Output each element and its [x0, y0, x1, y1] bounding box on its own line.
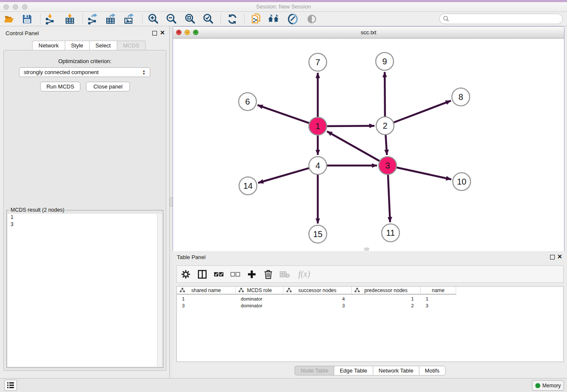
cell[interactable]: 1 — [421, 295, 456, 302]
node-label-11: 11 — [386, 228, 395, 237]
edge-2-8[interactable] — [393, 101, 451, 123]
tab-node-table[interactable]: Node Table — [295, 366, 334, 375]
table-toolbar: f(x) — [176, 265, 564, 283]
tab-select[interactable]: Select — [89, 41, 117, 50]
table-header-row: shared nameMCDS rolesuccessor nodesprede… — [177, 287, 456, 295]
control-panel-tabs: Network Style Select MCDS — [32, 41, 146, 50]
zoom-selected-icon[interactable] — [202, 13, 214, 25]
zoom-in-icon[interactable] — [147, 13, 159, 25]
result-line: 1 — [8, 214, 162, 221]
edge-1-2[interactable] — [326, 126, 374, 126]
column-header-MCDS-role[interactable]: MCDS role — [236, 287, 284, 294]
network-graph[interactable]: 7968124314101511 — [173, 39, 564, 251]
column-header-successor-nodes[interactable]: successor nodes — [284, 287, 352, 294]
main-toolbar — [0, 12, 567, 26]
edge-2-3[interactable] — [385, 134, 387, 155]
column-header-name[interactable]: name — [421, 287, 456, 294]
toolbar-separator — [40, 14, 41, 24]
network-canvas[interactable]: 7968124314101511 — [173, 39, 564, 251]
search-field[interactable] — [439, 14, 563, 24]
cell[interactable]: 4 — [284, 295, 352, 302]
node-label-9: 9 — [382, 57, 387, 66]
edge-3-10[interactable] — [396, 167, 451, 179]
node-label-15: 15 — [313, 229, 322, 239]
node-label-4: 4 — [315, 161, 320, 170]
deselect-all-icon[interactable] — [230, 269, 241, 280]
import-table-icon[interactable] — [64, 13, 76, 25]
cell[interactable]: dominator — [236, 295, 284, 302]
node-label-2: 2 — [383, 121, 387, 130]
clone-network-icon[interactable] — [250, 13, 262, 25]
export-network-icon[interactable] — [86, 13, 98, 25]
edge-2-9[interactable] — [385, 72, 385, 118]
control-panel-close-button[interactable]: ✕ — [160, 30, 165, 35]
cell[interactable]: 1 — [177, 295, 236, 302]
mcds-result-title: MCDS result (2 nodes) — [9, 207, 66, 213]
table-row[interactable]: 3dominator323 — [177, 302, 456, 309]
optimization-criterion-label: Optimization criterion: — [4, 58, 166, 64]
select-all-icon[interactable] — [213, 269, 224, 280]
app-title: Session: New Session — [0, 3, 567, 10]
edge-4-14[interactable] — [258, 168, 310, 183]
node-table[interactable]: shared nameMCDS rolesuccessor nodesprede… — [176, 286, 564, 362]
column-header-shared-name[interactable]: shared name — [177, 287, 236, 294]
column-header-predecessor-nodes[interactable]: predecessor nodes — [352, 287, 421, 294]
table-panel-float-button[interactable] — [550, 255, 555, 259]
app-titlebar: Session: New Session — [0, 2, 567, 12]
cell[interactable]: dominator — [236, 302, 284, 309]
cell[interactable]: 3 — [421, 302, 456, 309]
cell[interactable]: 1 — [352, 295, 421, 302]
node-label-6: 6 — [245, 97, 250, 106]
optimization-criterion-select[interactable]: strongly connected component ▲▼ — [19, 67, 150, 77]
run-mcds-button[interactable]: Run MCDS — [40, 82, 80, 91]
edge-3-1[interactable] — [327, 131, 381, 161]
tab-network[interactable]: Network — [32, 41, 65, 50]
edge-3-11[interactable] — [388, 174, 390, 222]
memory-button[interactable]: Memory — [532, 380, 564, 391]
edge-1-6[interactable] — [258, 105, 310, 123]
cell[interactable]: 3 — [284, 302, 352, 309]
control-panel-float-button[interactable] — [152, 31, 157, 36]
table-settings-gear-icon[interactable] — [180, 269, 191, 280]
splitter-grip[interactable] — [170, 197, 173, 207]
control-panel-title: Control Panel — [6, 30, 39, 36]
cell[interactable]: 3 — [177, 302, 236, 309]
function-builder-icon: f(x) — [296, 269, 313, 280]
tab-network-table[interactable]: Network Table — [373, 366, 419, 375]
search-input[interactable] — [449, 15, 562, 23]
memory-status-icon — [535, 383, 540, 388]
close-panel-button[interactable]: Close panel — [86, 82, 130, 91]
zoom-fit-icon[interactable] — [184, 13, 196, 25]
chevron-up-down-icon: ▲▼ — [142, 69, 146, 75]
result-scrollbar[interactable] — [157, 214, 162, 367]
mcds-panel: Optimization criterion: strongly connect… — [3, 50, 166, 371]
delete-column-trash-icon[interactable] — [263, 269, 274, 280]
mcds-result-list[interactable]: 13 — [8, 214, 162, 367]
canvas-hscroll-thumb[interactable] — [364, 248, 369, 251]
export-image-icon[interactable] — [123, 13, 135, 25]
export-table-icon[interactable] — [105, 13, 116, 25]
tab-mcds[interactable]: MCDS — [117, 41, 146, 50]
show-columns-icon[interactable] — [197, 269, 208, 280]
network-title: scc.txt — [173, 29, 564, 36]
first-neighbors-icon[interactable] — [268, 13, 280, 25]
import-network-icon[interactable] — [44, 13, 56, 25]
cell[interactable]: 2 — [352, 302, 421, 309]
style-icon[interactable] — [287, 13, 299, 25]
toolbar-separator — [220, 14, 221, 24]
table-row[interactable]: 1dominator411 — [177, 295, 456, 302]
open-file-icon[interactable] — [3, 13, 15, 25]
save-icon[interactable] — [21, 13, 33, 25]
add-column-icon[interactable] — [246, 269, 257, 280]
show-hide-eye-icon — [306, 13, 318, 25]
table-panel-close-button[interactable]: ✕ — [557, 254, 562, 259]
delete-table-icon — [279, 269, 290, 280]
tab-edge-table[interactable]: Edge Table — [334, 366, 373, 375]
node-label-3: 3 — [385, 161, 390, 170]
network-window-titlebar[interactable]: ✕ − + scc.txt — [173, 27, 564, 39]
task-history-button[interactable] — [4, 380, 17, 391]
tab-style[interactable]: Style — [65, 41, 89, 50]
refresh-layout-icon[interactable] — [226, 13, 238, 25]
zoom-out-icon[interactable] — [165, 13, 177, 25]
tab-motifs[interactable]: Motifs — [419, 366, 446, 375]
